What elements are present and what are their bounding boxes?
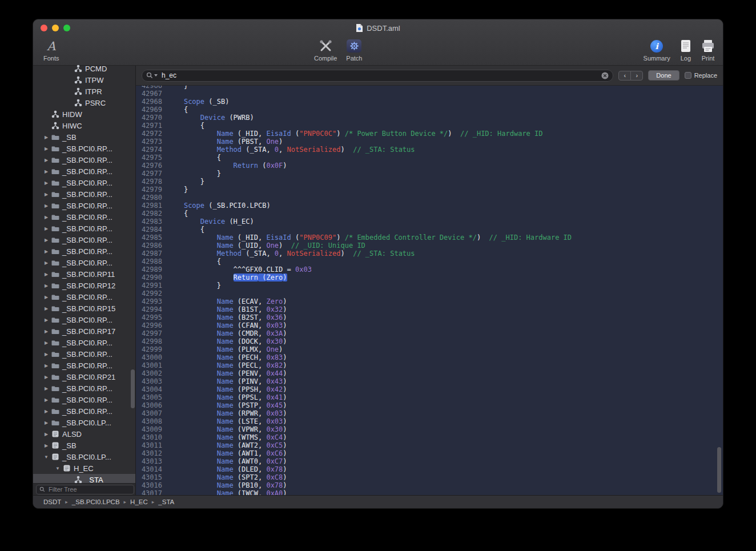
search-input[interactable] — [160, 71, 600, 80]
code-line[interactable]: 42970 Device (PWRB) — [136, 114, 723, 122]
print-button[interactable]: Print — [701, 39, 715, 62]
sidebar-item-_sb-pci0-rp-[interactable]: ▶_SB.PCI0.RP... — [33, 188, 135, 200]
code-line[interactable]: 43015 Name (SPT2, 0xC8) — [136, 473, 723, 481]
sidebar-item-_sb-pci0-rp-[interactable]: ▶_SB.PCI0.RP... — [33, 405, 135, 417]
code-line[interactable]: 43001 Name (PECL, 0x82) — [136, 361, 723, 369]
filter-tree-input[interactable] — [47, 485, 131, 493]
code-line[interactable]: 43007 Name (RPWR, 0x03) — [136, 409, 723, 417]
sidebar-item-_sb[interactable]: ▶_SB — [33, 131, 135, 143]
code-line[interactable]: 42966 } — [136, 86, 723, 90]
code-line[interactable]: 42973 Name (PBST, One) — [136, 138, 723, 146]
done-button[interactable]: Done — [648, 70, 679, 81]
breadcrumb-item[interactable]: DSDT — [43, 498, 61, 505]
find-next-button[interactable]: › — [630, 71, 643, 81]
code-line[interactable]: 42977 } — [136, 170, 723, 178]
disclosure-collapsed-icon[interactable]: ▶ — [42, 352, 50, 357]
disclosure-expanded-icon[interactable]: ▼ — [54, 466, 62, 471]
disclosure-collapsed-icon[interactable]: ▶ — [42, 363, 50, 368]
disclosure-collapsed-icon[interactable]: ▶ — [42, 272, 50, 277]
search-menu-caret-icon[interactable] — [154, 74, 158, 77]
breadcrumb-item[interactable]: _SB.PCI0.LPCB — [72, 498, 120, 505]
summary-button[interactable]: i Summary — [644, 39, 670, 62]
code-line[interactable]: 42980 — [136, 194, 723, 202]
code-line[interactable]: 42984 { — [136, 226, 723, 234]
sidebar-item-_sta[interactable]: _STA — [33, 474, 135, 483]
code-line[interactable]: 43004 Name (PPSH, 0x42) — [136, 385, 723, 393]
sidebar-item-_sb-pci0-rp-[interactable]: ▶_SB.PCI0.RP... — [33, 211, 135, 223]
code-line[interactable]: 43006 Name (PSTP, 0x45) — [136, 401, 723, 409]
code-line[interactable]: 42969 { — [136, 106, 723, 114]
disclosure-collapsed-icon[interactable]: ▶ — [42, 306, 50, 311]
sidebar-item-_sb-pci0-lp-[interactable]: ▼_SB.PCI0.LP... — [33, 451, 135, 462]
code-line[interactable]: 43011 Name (AWT2, 0xC5) — [136, 441, 723, 449]
editor-scrollbar[interactable] — [717, 86, 722, 495]
sidebar-item-psrc[interactable]: PSRC — [33, 97, 135, 108]
code-line[interactable]: 43005 Name (PPSL, 0x41) — [136, 393, 723, 401]
disclosure-collapsed-icon[interactable]: ▶ — [42, 386, 50, 391]
sidebar-item-h_ec[interactable]: ▼H_EC — [33, 462, 135, 474]
zoom-window-button[interactable] — [63, 25, 70, 31]
sidebar-item-_sb[interactable]: ▶_SB — [33, 440, 135, 451]
sidebar-item-_sb-pci0-rp-[interactable]: ▶_SB.PCI0.RP... — [33, 223, 135, 234]
disclosure-collapsed-icon[interactable]: ▶ — [42, 260, 50, 266]
code-line[interactable]: 43012 Name (AWT1, 0xC6) — [136, 449, 723, 457]
sidebar-item-pcmd[interactable]: PCMD — [33, 63, 135, 74]
sidebar-item-_sb-pci0-rp-[interactable]: ▶_SB.PCI0.RP... — [33, 143, 135, 154]
code-line[interactable]: 42991 } — [136, 281, 723, 289]
code-line[interactable]: 42988 { — [136, 258, 723, 266]
sidebar-item-_sb-pci0-rp21[interactable]: ▶_SB.PCI0.RP21 — [33, 371, 135, 383]
sidebar-item-_sb-pci0-rp-[interactable]: ▶_SB.PCI0.RP... — [33, 154, 135, 166]
sidebar-item-_sb-pci0-rp-[interactable]: ▶_SB.PCI0.RP... — [33, 360, 135, 371]
code-line[interactable]: 43008 Name (LSTE, 0x03) — [136, 417, 723, 425]
disclosure-collapsed-icon[interactable]: ▶ — [42, 375, 50, 380]
disclosure-collapsed-icon[interactable]: ▶ — [42, 420, 50, 425]
disclosure-collapsed-icon[interactable]: ▶ — [42, 283, 50, 288]
code-line[interactable]: 42997 Name (CMDR, 0x3A) — [136, 329, 723, 337]
patch-button[interactable]: Patch — [346, 39, 362, 62]
sidebar-scrollbar-thumb[interactable] — [131, 369, 135, 408]
titlebar[interactable]: DSDT.aml — [33, 19, 723, 37]
minimize-window-button[interactable] — [52, 25, 59, 31]
disclosure-collapsed-icon[interactable]: ▶ — [42, 180, 50, 186]
code-line[interactable]: 43000 Name (PECH, 0x83) — [136, 353, 723, 361]
disclosure-collapsed-icon[interactable]: ▶ — [42, 397, 50, 403]
sidebar-item-_sb-pci0-rp-[interactable]: ▶_SB.PCI0.RP... — [33, 291, 135, 303]
disclosure-collapsed-icon[interactable]: ▶ — [42, 443, 50, 448]
sidebar-item-_sb-pci0-rp15[interactable]: ▶_SB.PCI0.RP15 — [33, 303, 135, 314]
sidebar-item-_sb-pci0-rp11[interactable]: ▶_SB.PCI0.RP11 — [33, 268, 135, 280]
code-line[interactable]: 42987 Method (_STA, 0, NotSerialized) //… — [136, 250, 723, 258]
code-line[interactable]: 42983 Device (H_EC) — [136, 218, 723, 226]
disclosure-collapsed-icon[interactable]: ▶ — [42, 409, 50, 414]
disclosure-collapsed-icon[interactable]: ▶ — [42, 317, 50, 323]
breadcrumb-item[interactable]: _STA — [158, 498, 174, 505]
code-line[interactable]: 42995 Name (B2ST, 0x36) — [136, 313, 723, 321]
compile-button[interactable]: Compile — [314, 39, 337, 62]
clear-search-button[interactable] — [601, 72, 609, 79]
disclosure-expanded-icon[interactable]: ▼ — [42, 455, 50, 460]
code-line[interactable]: 42968 Scope (_SB) — [136, 98, 723, 106]
code-line[interactable]: 42982 { — [136, 210, 723, 218]
code-line[interactable]: 42998 Name (DOCK, 0x30) — [136, 337, 723, 345]
code-line[interactable]: 42981 Scope (_SB.PCI0.LPCB) — [136, 202, 723, 210]
disclosure-collapsed-icon[interactable]: ▶ — [42, 169, 50, 174]
code-line[interactable]: 42978 } — [136, 178, 723, 186]
sidebar-item-_sb-pci0-rp-[interactable]: ▶_SB.PCI0.RP... — [33, 383, 135, 394]
disclosure-collapsed-icon[interactable]: ▶ — [42, 215, 50, 220]
code-line[interactable]: 42971 { — [136, 122, 723, 130]
disclosure-collapsed-icon[interactable]: ▶ — [42, 226, 50, 231]
disclosure-collapsed-icon[interactable]: ▶ — [42, 238, 50, 243]
disclosure-collapsed-icon[interactable]: ▶ — [42, 158, 50, 163]
find-previous-button[interactable]: ‹ — [618, 71, 631, 81]
log-button[interactable]: Log — [681, 39, 691, 62]
close-window-button[interactable] — [41, 25, 47, 31]
disclosure-collapsed-icon[interactable]: ▶ — [42, 329, 50, 334]
code-line[interactable]: 42994 Name (B1ST, 0x32) — [136, 305, 723, 313]
code-line[interactable]: 43017 Name (IWCW, 0xA0) — [136, 489, 723, 495]
code-line[interactable]: 42985 Name (_HID, EisaId ("PNP0C09") /* … — [136, 234, 723, 242]
breadcrumb-item[interactable]: H_EC — [130, 498, 148, 505]
code-line[interactable]: 42979 } — [136, 186, 723, 194]
disclosure-collapsed-icon[interactable]: ▶ — [42, 146, 50, 151]
code-line[interactable]: 42976 Return (0x0F) — [136, 162, 723, 170]
replace-option[interactable]: Replace — [685, 72, 717, 79]
code-line[interactable]: 42999 Name (PLMX, One) — [136, 345, 723, 353]
